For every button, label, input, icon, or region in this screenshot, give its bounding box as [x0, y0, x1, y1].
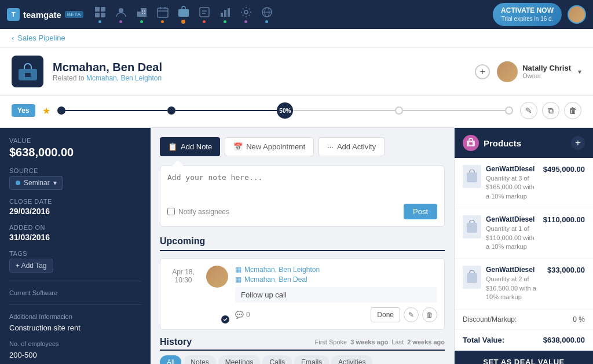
add-activity-button[interactable]: ··· Add Activity — [319, 137, 385, 156]
history-meta: First Spoke 3 weeks ago Last 2 weeks ago — [315, 339, 445, 345]
add-owner-button[interactable]: + — [475, 64, 490, 79]
svg-rect-1 — [101, 7, 105, 12]
delete-button[interactable]: 🗑 — [564, 102, 581, 119]
sidebar-addedon-field: Added on 31/03/2016 — [9, 224, 141, 242]
center-content: 📋 Add Note 📅 New Appointment ··· Add Act… — [151, 128, 454, 364]
deal-title: Mcmahan, Ben Deal Related to Mcmahan, Be… — [53, 61, 162, 82]
beta-badge: BETA — [65, 11, 83, 18]
left-sidebar: Value $638,000.00 Source Seminar ▾ Close… — [0, 128, 151, 364]
svg-rect-10 — [144, 13, 145, 14]
sidebar-tags-label: Tags — [9, 250, 141, 257]
nav-icon-dashboard[interactable] — [94, 6, 107, 23]
sidebar-employees-field: No. of employees 200-500 — [9, 340, 141, 359]
breadcrumb-link[interactable]: Sales Pipeline — [17, 34, 65, 42]
activate-button[interactable]: ACTIVATE NOW Trial expires in 16 d. — [493, 3, 562, 27]
product-desc-2: Quantity at 1 of $110,000.00 with a 10% … — [486, 225, 539, 251]
nav-right: ACTIVATE NOW Trial expires in 16 d. — [493, 3, 586, 27]
nav-icon-deals[interactable] — [177, 5, 190, 24]
right-panel: Products + GenWattDiesel Quantity at 3 o… — [454, 128, 593, 364]
tab-meetings[interactable]: Meetings — [218, 355, 261, 364]
new-appointment-button[interactable]: 📅 New Appointment — [225, 137, 314, 156]
logo-text: teamgate — [23, 10, 61, 20]
add-product-button[interactable]: + — [571, 136, 585, 150]
add-tag-button[interactable]: + Add Tag — [9, 259, 53, 273]
post-button[interactable]: Post — [404, 204, 437, 219]
product-name-2: GenWattDiesel — [486, 215, 539, 223]
nav-icon-tasks[interactable] — [198, 6, 211, 23]
tab-notes[interactable]: Notes — [184, 355, 215, 364]
set-deal-button[interactable]: SET AS DEAL VALUE — [455, 351, 593, 364]
source-badge[interactable]: Seminar ▾ — [9, 176, 63, 190]
activity-card: Apr 18, 10:30 ▦ Mcmahan, Ben Leighton ▦ — [160, 258, 445, 330]
comment-count: 💬 0 — [235, 311, 250, 319]
note-textarea[interactable] — [167, 173, 437, 196]
activity-tags: ▦ Mcmahan, Ben Leighton ▦ Mcmahan, Ben D… — [235, 266, 437, 284]
nav-icon-contacts[interactable] — [115, 6, 127, 23]
svg-rect-32 — [467, 273, 477, 283]
note-footer: Notify assignees Post — [167, 204, 437, 219]
product-item-1: GenWattDiesel Quantity at 3 of $165,000.… — [455, 158, 593, 208]
deal-related-link[interactable]: Mcmahan, Ben Leighton — [86, 74, 162, 82]
stage-bar: Yes ★ 50% ✎ ⧉ 🗑 — [0, 96, 593, 128]
sidebar-value-label: Value — [9, 137, 141, 144]
svg-rect-8 — [144, 10, 145, 12]
activity-tag-2: ▦ Mcmahan, Ben Deal — [235, 275, 437, 284]
activity-actions: 💬 0 Done ✎ 🗑 — [235, 307, 437, 322]
stage-dot-2 — [167, 106, 175, 115]
tab-all[interactable]: All — [160, 355, 181, 364]
svg-rect-5 — [137, 12, 141, 17]
nav-icon-companies[interactable] — [136, 6, 148, 23]
total-label: Total Value: — [463, 336, 504, 344]
sidebar-closedate-value: 29/03/2016 — [9, 207, 141, 216]
activity-date: Apr 18, 10:30 — [167, 266, 199, 322]
copy-button[interactable]: ⧉ — [542, 102, 559, 119]
svg-rect-16 — [200, 8, 209, 17]
nav-icon-stats[interactable] — [219, 6, 232, 23]
sidebar-addinfo-value: Construction site rent — [9, 323, 141, 332]
total-value: $638,000.00 — [543, 336, 585, 344]
top-nav: T teamgate BETA — [0, 0, 593, 29]
products-header: Products + — [455, 128, 593, 158]
delete-activity-button[interactable]: 🗑 — [422, 307, 437, 322]
activity-avatar-container — [206, 266, 228, 322]
tab-calls[interactable]: Calls — [262, 355, 292, 364]
owner-role: Owner — [522, 72, 571, 79]
stage-line-2 — [175, 110, 277, 111]
deal-header-right: + Natally Christ Owner ▾ — [475, 61, 581, 82]
add-note-button[interactable]: 📋 Add Note — [160, 137, 220, 156]
note-icon: 📋 — [168, 142, 177, 151]
notify-checkbox-label[interactable]: Notify assignees — [167, 208, 229, 216]
done-button[interactable]: Done — [371, 307, 400, 322]
notify-checkbox-input[interactable] — [167, 208, 175, 215]
activity-buttons: Done ✎ 🗑 — [371, 307, 437, 322]
svg-rect-7 — [142, 10, 143, 12]
svg-rect-15 — [178, 9, 189, 17]
svg-point-22 — [244, 10, 248, 14]
owner-chevron[interactable]: ▾ — [578, 68, 581, 76]
discount-label: Discount/Markup: — [463, 315, 517, 323]
upcoming-title: Upcoming — [160, 236, 445, 251]
edit-button[interactable]: ✎ — [520, 102, 537, 119]
note-input-area: Notify assignees Post — [160, 166, 445, 227]
product-desc-3: Quantity at 2 of $16,500.00 with a 10% m… — [486, 275, 543, 302]
nav-icon-calendar[interactable] — [156, 6, 169, 23]
breadcrumb-chevron: ‹ — [12, 34, 14, 42]
owner-name: Natally Christ — [522, 64, 571, 72]
yes-button[interactable]: Yes — [12, 104, 35, 117]
edit-activity-button[interactable]: ✎ — [404, 307, 419, 322]
svg-rect-6 — [141, 8, 147, 17]
history-header: History First Spoke 3 weeks ago Last 2 w… — [160, 337, 445, 351]
stage-line-4 — [403, 110, 505, 111]
activity-avatar-badge — [221, 315, 229, 323]
tab-emails[interactable]: Emails — [294, 355, 329, 364]
star-icon[interactable]: ★ — [42, 105, 50, 116]
logo-icon: T — [7, 8, 20, 21]
stage-dot-3 — [395, 106, 403, 115]
svg-rect-11 — [158, 8, 168, 17]
nav-icon-settings[interactable] — [240, 6, 252, 23]
activity-tag-1: ▦ Mcmahan, Ben Leighton — [235, 266, 437, 274]
svg-rect-19 — [221, 13, 223, 17]
user-avatar[interactable] — [568, 5, 586, 24]
tab-activities[interactable]: Activities — [331, 355, 372, 364]
nav-icon-globe[interactable] — [261, 6, 273, 23]
